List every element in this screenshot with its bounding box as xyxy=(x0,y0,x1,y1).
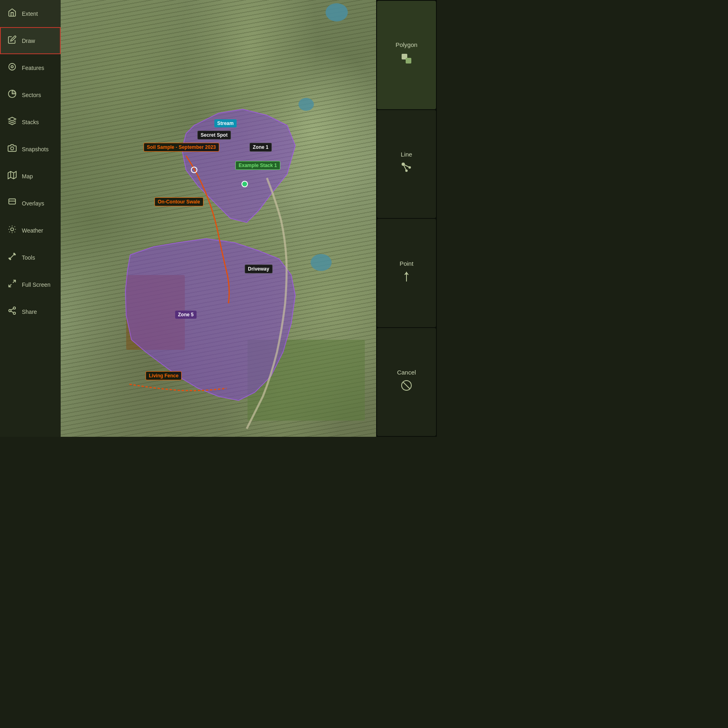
sidebar-label-draw: Draw xyxy=(22,38,35,44)
svg-point-20 xyxy=(13,307,16,309)
line-tool-label: Line xyxy=(401,151,412,158)
map-label-soil-sample[interactable]: Soil Sample - September 2023 xyxy=(144,143,219,152)
sidebar-item-features[interactable]: Features xyxy=(0,54,61,81)
map-area[interactable]: Stream Secret Spot Soil Sample - Septemb… xyxy=(61,0,376,437)
svg-line-11 xyxy=(9,226,10,227)
cancel-tool-label: Cancel xyxy=(397,369,416,376)
sidebar-item-draw[interactable]: Draw xyxy=(0,27,61,54)
sidebar-label-map: Map xyxy=(22,173,33,180)
sidebar-item-stacks[interactable]: Stacks xyxy=(0,108,61,135)
sidebar-label-extent: Extent xyxy=(22,11,38,17)
sidebar-label-fullscreen: Full Screen xyxy=(22,281,51,288)
sidebar: Extent Draw Features Sectors xyxy=(0,0,61,437)
map-label-stream[interactable]: Stream xyxy=(214,119,237,127)
draw-icon xyxy=(7,35,17,46)
sidebar-item-extent[interactable]: Extent xyxy=(0,0,61,27)
svg-point-21 xyxy=(9,309,11,312)
satellite-map[interactable]: Stream Secret Spot Soil Sample - Septemb… xyxy=(61,0,376,437)
svg-line-12 xyxy=(15,232,15,232)
sidebar-label-overlays: Overlays xyxy=(22,200,44,207)
svg-line-18 xyxy=(13,280,15,283)
svg-point-1 xyxy=(9,63,16,70)
line-tool-button[interactable]: Line xyxy=(377,110,436,218)
sidebar-item-map[interactable]: Map xyxy=(0,163,61,190)
sidebar-label-sectors: Sectors xyxy=(22,92,41,98)
polygon-icon xyxy=(399,51,414,69)
svg-line-16 xyxy=(15,226,15,227)
polygon-tool-label: Polygon xyxy=(396,41,417,48)
sidebar-item-tools[interactable]: Tools xyxy=(0,244,61,271)
svg-marker-2 xyxy=(8,117,16,121)
sidebar-label-features: Features xyxy=(22,65,44,71)
sidebar-label-tools: Tools xyxy=(22,254,35,261)
svg-line-35 xyxy=(403,382,410,389)
map-marker-green[interactable] xyxy=(241,181,248,187)
sidebar-item-share[interactable]: Share xyxy=(0,298,61,325)
svg-line-23 xyxy=(11,311,13,313)
sidebar-label-stacks: Stacks xyxy=(22,119,39,125)
svg-point-33 xyxy=(405,169,408,172)
point-icon xyxy=(400,270,413,286)
fullscreen-icon xyxy=(7,279,17,290)
svg-point-8 xyxy=(11,228,13,231)
map-label-zone1[interactable]: Zone 1 xyxy=(250,143,272,152)
map-label-on-contour-swale[interactable]: On-Contour Swale xyxy=(154,197,203,206)
stacks-icon xyxy=(7,116,17,127)
svg-rect-7 xyxy=(9,199,16,204)
features-icon xyxy=(7,62,17,73)
map-label-secret-spot[interactable]: Secret Spot xyxy=(197,131,231,140)
sidebar-item-overlays[interactable]: Overlays xyxy=(0,190,61,217)
snapshots-icon xyxy=(7,144,17,154)
polygon-tool-button[interactable]: Polygon xyxy=(377,1,436,109)
map-label-example-stack[interactable]: Example Stack 1 xyxy=(235,161,280,170)
map-label-living-fence[interactable]: Living Fence xyxy=(146,371,182,380)
map-icon xyxy=(7,171,17,182)
sidebar-item-weather[interactable]: Weather xyxy=(0,217,61,244)
svg-rect-28 xyxy=(406,58,411,63)
svg-marker-4 xyxy=(8,171,16,179)
svg-line-19 xyxy=(9,284,11,287)
point-tool-label: Point xyxy=(400,260,413,267)
overlays-icon xyxy=(7,198,17,209)
svg-line-24 xyxy=(11,309,13,310)
sidebar-item-fullscreen[interactable]: Full Screen xyxy=(0,271,61,298)
svg-point-0 xyxy=(11,66,13,68)
share-icon xyxy=(7,306,17,317)
sectors-icon xyxy=(7,89,17,100)
sidebar-label-share: Share xyxy=(22,309,37,315)
tools-icon xyxy=(7,252,17,263)
svg-point-3 xyxy=(11,147,13,150)
home-icon xyxy=(7,8,17,19)
map-label-zone5[interactable]: Zone 5 xyxy=(175,311,197,319)
right-panel: Polygon Line Point xyxy=(376,0,437,437)
sidebar-label-snapshots: Snapshots xyxy=(22,146,49,152)
map-label-driveway[interactable]: Driveway xyxy=(245,265,273,273)
map-marker-white[interactable] xyxy=(191,167,197,173)
cancel-icon xyxy=(400,379,413,395)
point-tool-button[interactable]: Point xyxy=(377,219,436,327)
sidebar-item-snapshots[interactable]: Snapshots xyxy=(0,135,61,163)
svg-point-32 xyxy=(408,166,411,169)
sidebar-item-sectors[interactable]: Sectors xyxy=(0,81,61,108)
sidebar-label-weather: Weather xyxy=(22,227,43,234)
zones-svg xyxy=(61,0,376,437)
line-icon xyxy=(400,161,413,177)
svg-point-22 xyxy=(13,312,16,315)
weather-icon xyxy=(7,225,17,236)
svg-line-15 xyxy=(9,232,10,232)
cancel-tool-button[interactable]: Cancel xyxy=(377,328,436,436)
